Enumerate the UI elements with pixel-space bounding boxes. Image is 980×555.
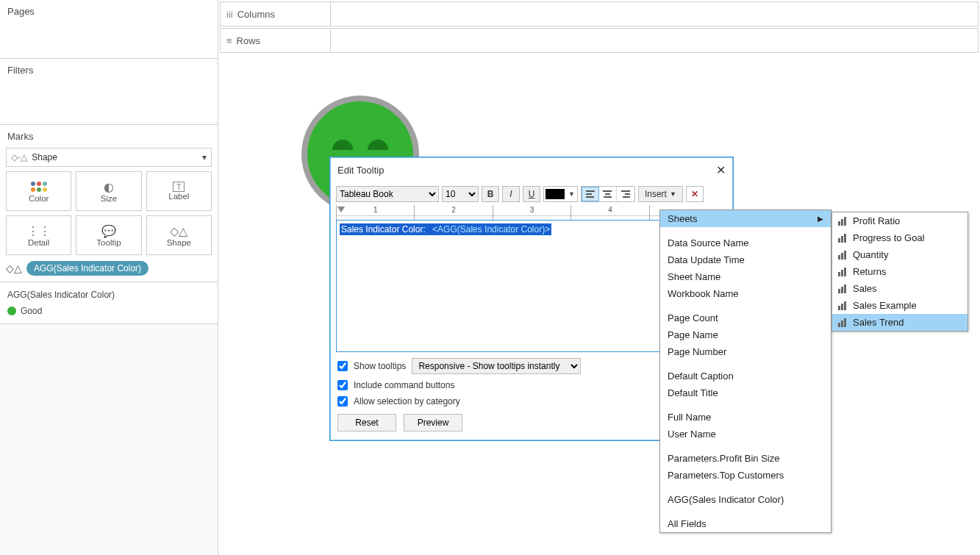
allow-sel-checkbox[interactable] (337, 396, 348, 407)
tooltip-field-ref: <AGG(Sales Indicator Color)> (431, 223, 551, 235)
align-left-button[interactable] (582, 187, 599, 201)
sheet-icon (837, 318, 848, 327)
marks-shape-label: Shape (167, 238, 191, 247)
submenu-item[interactable]: Sales (832, 280, 968, 297)
marks-shape-button[interactable]: ◇△ Shape (146, 215, 212, 255)
align-center-button[interactable] (599, 187, 617, 201)
include-cmd-checkbox[interactable] (337, 380, 348, 390)
chevron-down-icon: ▼ (670, 190, 676, 198)
insert-button[interactable]: Insert▼ (638, 186, 683, 202)
mark-type-select[interactable]: ◇◦△ Shape ▾ (6, 148, 212, 167)
italic-button[interactable]: I (502, 186, 520, 202)
svg-rect-9 (838, 272, 840, 276)
ruler-tick: 2 (451, 206, 456, 214)
close-icon[interactable]: ✕ (716, 163, 726, 177)
chevron-down-icon: ▼ (566, 190, 577, 198)
svg-rect-2 (844, 217, 846, 226)
menu-item[interactable]: Data Source Name (660, 234, 831, 251)
reset-button[interactable]: Reset (337, 414, 396, 432)
submenu-item[interactable]: Sales Example (832, 297, 968, 314)
submenu-item[interactable]: Profit Ratio (832, 212, 968, 229)
filters-panel: Filters (0, 59, 218, 125)
tooltip-icon: 💬 (101, 223, 116, 238)
bold-button[interactable]: B (482, 186, 499, 202)
rows-shelf[interactable]: ≡ Rows (220, 28, 979, 53)
shape-eyes (307, 140, 413, 150)
svg-rect-17 (844, 301, 846, 310)
menu-label: Page Count (668, 312, 718, 323)
svg-rect-4 (841, 236, 843, 243)
menu-item[interactable]: Page Name (660, 326, 831, 343)
submenu-item-sales-trend[interactable]: Sales Trend (832, 314, 968, 331)
submenu-item[interactable]: Progress to Goal (832, 229, 968, 246)
ruler-tick: 3 (530, 206, 534, 214)
menu-item[interactable]: Workbook Name (660, 285, 831, 302)
font-select[interactable]: Tableau Book (336, 186, 439, 202)
sheet-icon (837, 268, 848, 276)
menu-item[interactable]: All Fields (660, 515, 831, 532)
preview-button[interactable]: Preview (404, 414, 462, 432)
align-right-button[interactable] (617, 187, 634, 201)
sheets-submenu: Profit Ratio Progress to Goal Quantity R… (831, 212, 968, 332)
menu-item[interactable]: AGG(Sales Indicator Color) (660, 491, 831, 508)
chevron-down-icon: ▾ (202, 152, 207, 162)
marks-color-button[interactable]: Color (6, 171, 71, 211)
submenu-label: Progress to Goal (853, 232, 925, 243)
font-color-button[interactable]: ▼ (543, 186, 578, 202)
marks-pill-row: ◇△ AGG(Sales Indicator Color) (6, 261, 212, 276)
legend-title: AGG(Sales Indicator Color) (7, 290, 210, 300)
tooltip-label-text: Sales Indicator Color: (340, 223, 429, 235)
tooltip-mode-select[interactable]: Responsive - Show tooltips instantly (412, 358, 581, 374)
columns-icon: iii (226, 9, 233, 20)
svg-rect-10 (841, 270, 843, 276)
selected-text: Sales Indicator Color: <AGG(Sales Indica… (340, 223, 551, 235)
sheet-icon (837, 234, 848, 243)
svg-rect-0 (838, 221, 840, 226)
svg-rect-5 (844, 234, 846, 243)
menu-item[interactable]: Parameters.Top Customers (660, 467, 831, 484)
filters-title: Filters (0, 59, 218, 82)
marks-detail-button[interactable]: ⋮⋮ Detail (6, 215, 71, 255)
menu-item[interactable]: Parameters.Profit Bin Size (660, 450, 831, 467)
marks-label-button[interactable]: T Label (146, 171, 212, 211)
svg-rect-18 (838, 323, 840, 327)
ruler-tick: 1 (373, 206, 378, 214)
legend-item-label: Good (21, 306, 42, 316)
menu-item[interactable]: User Name (660, 426, 831, 443)
submenu-item[interactable]: Quantity (832, 246, 968, 263)
menu-item[interactable]: Default Title (660, 384, 831, 401)
menu-item[interactable]: Page Number (660, 343, 831, 360)
color-icon (31, 179, 47, 194)
clear-button[interactable]: ✕ (686, 186, 704, 202)
marks-grid: Color ◐ Size T Label ⋮⋮ Detail 💬 Tooltip… (6, 171, 212, 255)
submenu-label: Profit Ratio (853, 215, 900, 226)
show-tooltips-checkbox[interactable] (337, 361, 348, 371)
menu-item-sheets[interactable]: Sheets ▶ (660, 210, 831, 227)
menu-item[interactable]: Default Caption (660, 368, 831, 384)
svg-rect-20 (844, 318, 846, 327)
columns-shelf[interactable]: iii Columns (220, 1, 979, 26)
marks-detail-label: Detail (28, 238, 49, 247)
submenu-item[interactable]: Returns (832, 263, 968, 280)
menu-item[interactable]: Sheet Name (660, 268, 831, 285)
marks-size-button[interactable]: ◐ Size (76, 171, 141, 211)
agg-pill[interactable]: AGG(Sales Indicator Color) (26, 261, 149, 276)
detail-icon: ⋮⋮ (27, 223, 51, 238)
editor-toolbar: Tableau Book 10 B I U ▼ Insert▼ ✕ (330, 183, 733, 205)
svg-rect-6 (838, 255, 840, 259)
svg-rect-7 (841, 253, 843, 259)
submenu-label: Sales Trend (853, 317, 904, 328)
underline-button[interactable]: U (523, 186, 540, 202)
menu-item[interactable]: Page Count (660, 309, 831, 326)
color-swatch-icon (546, 189, 565, 199)
menu-item[interactable]: Data Update Time (660, 251, 831, 268)
menu-label: Full Name (668, 412, 711, 423)
legend-item[interactable]: Good (7, 306, 210, 316)
menu-label: Sheet Name (668, 271, 720, 282)
marks-tooltip-button[interactable]: 💬 Tooltip (76, 215, 141, 255)
align-group (581, 186, 635, 202)
font-size-select[interactable]: 10 (442, 186, 479, 202)
rows-shelf-label: ≡ Rows (221, 29, 331, 52)
svg-rect-8 (844, 251, 846, 259)
menu-item[interactable]: Full Name (660, 409, 831, 426)
